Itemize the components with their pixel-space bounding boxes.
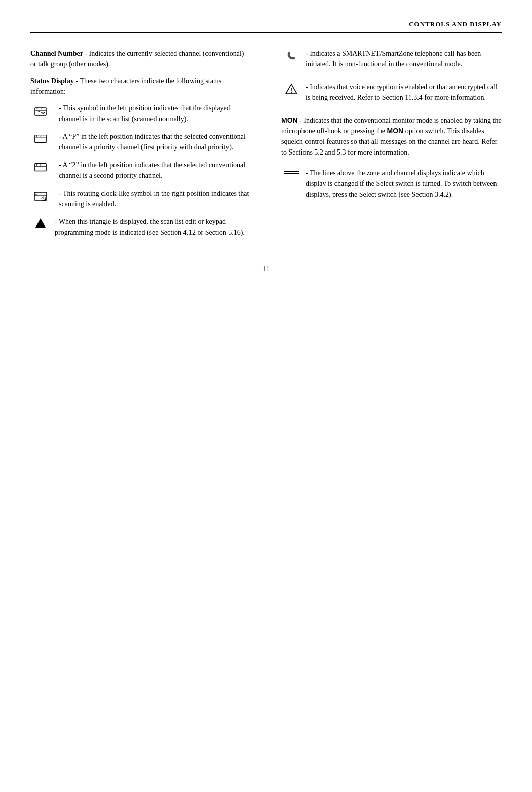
mon-label-mon: MON	[387, 127, 404, 135]
scan-list-icon: A 1	[30, 103, 51, 118]
second-priority-description: - A “2” in the left position indicates t…	[59, 161, 245, 179]
mon-label: MON	[281, 116, 298, 124]
priority-text: - A “P” in the left position indicates t…	[55, 131, 251, 153]
svg-text:A: A	[35, 193, 37, 195]
priority-svg: P 1	[34, 132, 47, 145]
lines-item: - The lines above the zone and channel d…	[281, 168, 502, 200]
header-title: CONTROLS AND DISPLAY	[409, 20, 502, 28]
phone-description: - Indicates a SMARTNET/SmartZone telepho…	[306, 50, 481, 68]
mon-para: MON - Indicates that the conventional mo…	[281, 115, 502, 158]
second-priority-item: 2 1 - A “2” in the left position indicat…	[30, 160, 251, 181]
scanning-enabled-description: - This rotating clock-like symbol in the…	[59, 190, 249, 208]
priority-icon: P 1	[30, 131, 51, 145]
scan-list-item: A 1 - This symbol in the left position i…	[30, 103, 251, 124]
left-column: Channel Number - Indicates the currently…	[30, 48, 256, 245]
second-priority-svg: 2 1	[34, 161, 47, 174]
second-priority-text: - A “2” in the left position indicates t…	[55, 160, 251, 181]
svg-text:!: !	[290, 87, 292, 94]
svg-text:1: 1	[40, 164, 41, 166]
svg-text:P: P	[36, 135, 37, 138]
page: CONTROLS AND DISPLAY Channel Number - In…	[0, 0, 532, 792]
lines-text: - The lines above the zone and channel d…	[306, 168, 502, 200]
scanning-enabled-text: - This rotating clock-like symbol in the…	[55, 188, 251, 209]
scan-list-svg: A 1	[33, 104, 48, 118]
lines-icon	[281, 168, 301, 174]
scanning-enabled-item: A - This rotating clock-like symbol in t…	[30, 188, 251, 209]
triangle-description: - When this triangle is displayed, the s…	[55, 218, 245, 236]
encryption-icon: !	[281, 82, 301, 96]
phone-item: - Indicates a SMARTNET/SmartZone telepho…	[281, 48, 502, 69]
triangle-shape	[35, 218, 46, 228]
phone-svg	[285, 49, 298, 62]
page-number-text: 11	[262, 265, 269, 273]
svg-text:A: A	[36, 107, 38, 110]
svg-text:1: 1	[40, 136, 41, 138]
dash-line-2	[284, 173, 299, 174]
page-header: CONTROLS AND DISPLAY	[30, 20, 502, 33]
second-priority-icon: 2 1	[30, 160, 51, 174]
encryption-item: ! - Indicates that voice encryption is e…	[281, 82, 502, 103]
phone-text: - Indicates a SMARTNET/SmartZone telepho…	[306, 48, 502, 69]
encryption-svg: !	[285, 83, 298, 96]
phone-icon	[281, 48, 301, 62]
lines-shape	[284, 171, 299, 174]
encryption-text: - Indicates that voice encryption is ena…	[306, 82, 502, 103]
scanning-enabled-svg: A	[33, 189, 48, 203]
channel-number-para: Channel Number - Indicates the currently…	[30, 48, 251, 69]
channel-number-label: Channel Number	[30, 50, 83, 57]
scan-list-description: - This symbol in the left position indic…	[59, 104, 231, 123]
encryption-description: - Indicates that voice encryption is ena…	[306, 83, 498, 101]
svg-text:2: 2	[36, 164, 37, 166]
triangle-item: - When this triangle is displayed, the s…	[30, 216, 251, 238]
priority-item: P 1 - A “P” in the left position indicat…	[30, 131, 251, 153]
page-number: 11	[30, 265, 502, 273]
priority-description: - A “P” in the left position indicates t…	[59, 133, 246, 151]
main-content: Channel Number - Indicates the currently…	[30, 48, 502, 245]
status-display-label: Status Display	[30, 77, 74, 85]
dash-line-1	[284, 171, 299, 172]
triangle-icon	[30, 216, 51, 228]
status-display-para: Status Display - These two characters in…	[30, 76, 251, 97]
right-column: - Indicates a SMARTNET/SmartZone telepho…	[276, 48, 502, 245]
scan-list-text: - This symbol in the left position indic…	[55, 103, 251, 124]
scanning-enabled-icon: A	[30, 188, 51, 203]
lines-description: - The lines above the zone and channel d…	[306, 169, 497, 198]
svg-line-17	[44, 199, 45, 199]
triangle-text: - When this triangle is displayed, the s…	[55, 216, 251, 238]
